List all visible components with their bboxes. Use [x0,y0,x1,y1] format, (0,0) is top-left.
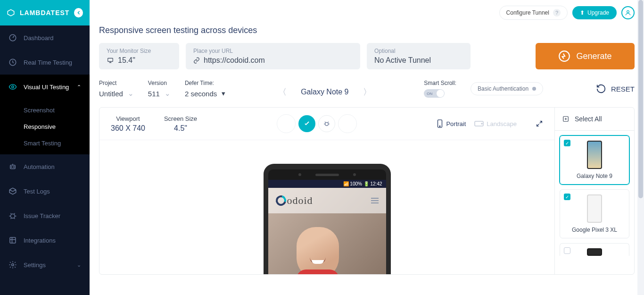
nav-label: Test Logs [24,188,50,195]
nav-realtime[interactable]: Real Time Testing [0,50,90,75]
phone-screen: 📶 100% 🔋 12:42 odoid [268,180,386,274]
nav-testlogs[interactable]: Test Logs [0,179,90,203]
nav-settings[interactable]: Settings ⌄ [0,253,90,277]
monitor-size-card: Your Monitor Size 15.4" [99,43,179,69]
fullscreen-button[interactable] [536,120,543,127]
nav-label: Real Time Testing [24,59,72,66]
version-value: 511 [148,90,160,98]
nav-label: Issue Tracker [24,212,60,219]
screensize-value: 4.5" [174,124,187,133]
robot-icon [8,162,17,171]
landscape-button[interactable]: Landscape [474,120,517,127]
project-label: Project [99,80,134,86]
generate-label: Generate [576,51,611,61]
basic-auth-label: Basic Authentication [478,85,528,92]
chevron-up-icon: ⌃ [77,84,81,90]
device-card-pixel-3-xl[interactable]: ✓ Google Pixel 3 XL [560,189,629,238]
phone-status-bar: 📶 100% 🔋 12:42 [268,180,386,188]
scrollbar-thumb[interactable] [638,0,643,198]
svg-point-14 [440,126,441,127]
arrow-up-icon: ⬆ [580,9,585,16]
tunnel-label: Optional [374,48,463,54]
lambdatest-logo-icon [7,8,15,17]
nav-label: Settings [24,261,46,269]
tunnel-value: No Active Tunnel [374,56,463,65]
version-select[interactable]: Version 511⌄ [148,80,171,98]
device-preview: 📶 100% 🔋 12:42 odoid [99,140,554,274]
box-icon [8,187,17,195]
version-label: Version [148,80,171,86]
sidebar-collapse-button[interactable] [74,8,83,17]
grid-icon [8,236,17,244]
upgrade-button[interactable]: ⬆ Upgrade [572,6,617,19]
clock-icon [8,58,17,67]
tunnel-select-card[interactable]: Optional No Active Tunnel [367,43,471,69]
screensize-info: Screen Size 4.5" [164,115,197,133]
hero-image [292,227,344,274]
monitor-icon [107,57,114,64]
preview-panel: Viewport 360 X 740 Screen Size 4.5" [99,107,635,275]
next-device-button[interactable]: 〉 [363,86,372,98]
portrait-button[interactable]: Portrait [437,119,466,128]
select-all-label: Select All [575,115,602,123]
link-icon [193,57,200,64]
content: Responsive screen testing across devices… [90,25,644,295]
device-name: Google Pixel 3 XL [572,227,617,233]
smart-scroll-toggle[interactable]: Smart Scroll: ON [424,80,456,98]
bug-icon [8,211,17,220]
landscape-label: Landscape [487,120,517,127]
upgrade-label: Upgrade [587,9,609,16]
chevron-down-icon: ⌄ [165,89,171,98]
device-thumb [587,141,602,169]
site-header: odoid [268,188,386,213]
brand-name: LAMBDATEST [20,9,69,17]
phone-notch [268,169,386,180]
input-row: Your Monitor Size 15.4" Place your URL h… [99,43,635,69]
defer-label: Defer Time: [185,80,225,86]
device-thumb [587,194,602,223]
nav-integrations[interactable]: Integrations [0,228,90,253]
device-card-partial[interactable] [560,243,629,256]
svg-rect-7 [10,237,16,243]
checkbox-checked-icon[interactable]: ✓ [564,194,570,200]
page-title: Responsive screen testing across devices [99,25,635,35]
nav-automation[interactable]: Automation [0,154,90,179]
toggle-on[interactable]: ON [424,89,445,98]
svg-point-2 [12,86,14,88]
checkbox-checked-icon[interactable]: ✓ [564,140,570,146]
smart-scroll-label: Smart Scroll: [424,80,456,86]
codoid-logo: odoid [276,194,313,207]
nav-sub-screenshot[interactable]: Screenshot [0,102,90,118]
url-input-card[interactable]: Place your URL https://codoid.com [186,43,360,69]
checkbox-unchecked-icon[interactable] [564,247,570,254]
tunnel-label: Configure Tunnel [506,9,549,16]
configure-tunnel-button[interactable]: Configure Tunnel ? [499,6,568,20]
chevron-down-icon: ⌄ [128,89,134,98]
defer-select[interactable]: Defer Time: 2 seconds▾ [185,80,225,98]
launch-button[interactable] [298,115,315,132]
generate-button[interactable]: Generate [536,43,635,69]
reset-button[interactable]: RESET [596,84,635,94]
device-nav: 〈 Galaxy Note 9 〉 [278,86,371,98]
basic-auth-button[interactable]: Basic Authentication [471,82,543,95]
viewport-info: Viewport 360 X 740 [111,115,145,133]
nav-issues[interactable]: Issue Tracker [0,203,90,228]
filter-row: Project Untitled⌄ Version 511⌄ Defer Tim… [99,80,635,107]
nav-sub-smart[interactable]: Smart Testing [0,135,90,152]
select-all-button[interactable]: Select All [555,108,634,131]
svg-rect-10 [108,58,113,61]
debug-button[interactable] [318,115,335,132]
prev-device-button[interactable]: 〈 [278,86,287,98]
device-thumb [587,248,602,256]
page-scrollbar[interactable] [637,0,644,295]
nav-dashboard[interactable]: Dashboard [0,25,90,50]
svg-point-12 [325,122,329,126]
nav-visual-ui[interactable]: Visual UI Testing ⌃ [0,75,90,99]
user-avatar[interactable] [621,6,635,19]
nav-sub-responsive[interactable]: Responsive [0,118,90,135]
eye-icon [8,83,17,91]
project-select[interactable]: Project Untitled⌄ [99,80,134,98]
defer-value: 2 seconds [185,90,217,98]
device-card-galaxy-note-9[interactable]: ✓ Galaxy Note 9 [560,135,629,185]
viewport-label: Viewport [116,115,140,122]
